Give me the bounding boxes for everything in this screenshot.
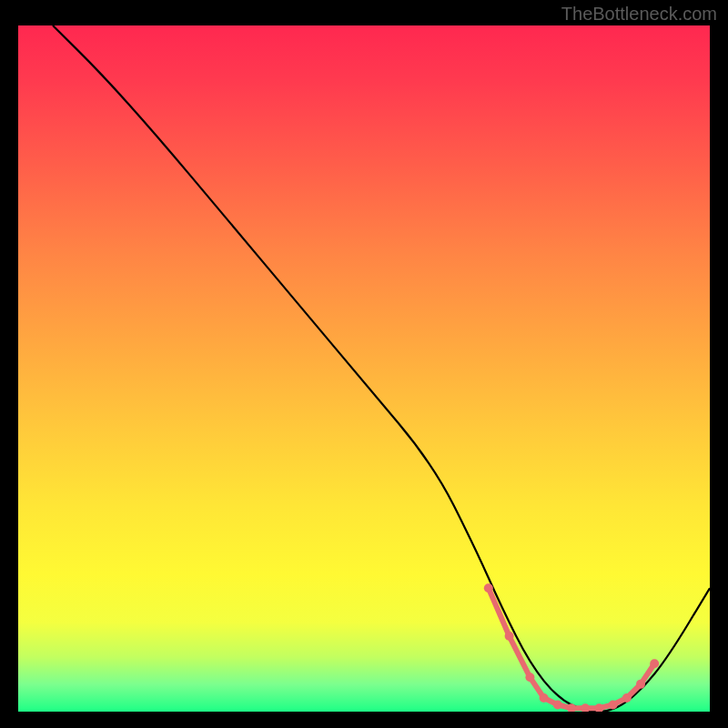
svg-point-11 <box>650 659 659 668</box>
watermark-text: TheBottleneck.com <box>561 4 717 25</box>
svg-point-2 <box>525 672 534 682</box>
chart-svg <box>18 25 710 712</box>
svg-point-0 <box>484 583 493 592</box>
svg-point-6 <box>581 703 590 712</box>
svg-point-1 <box>505 632 514 641</box>
svg-point-9 <box>622 693 632 703</box>
svg-point-3 <box>540 693 549 703</box>
svg-point-4 <box>553 700 562 709</box>
optimal-zone-markers <box>484 583 659 712</box>
plot-area <box>18 25 710 712</box>
svg-point-8 <box>609 700 618 709</box>
svg-point-10 <box>636 680 645 689</box>
bottleneck-curve-line <box>53 25 710 712</box>
